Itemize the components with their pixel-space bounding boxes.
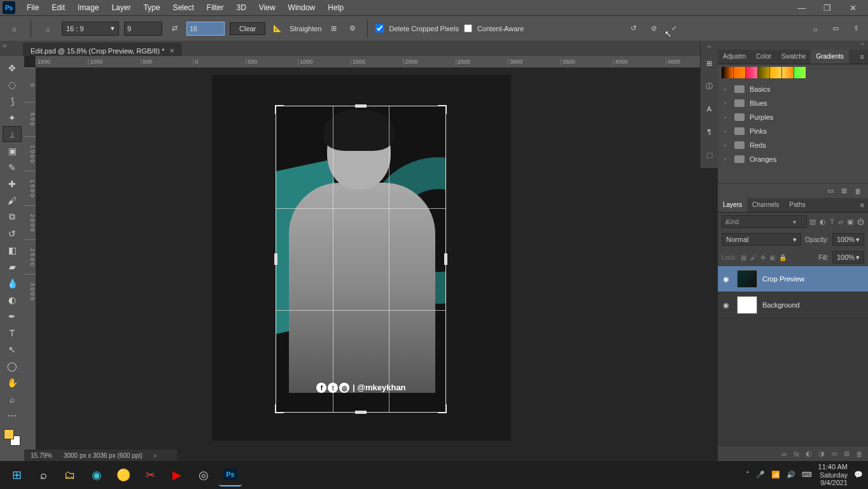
maximize-button[interactable]: ❐ — [815, 1, 840, 15]
crop-box[interactable]: ft◎ | @mkeykhan — [276, 106, 446, 413]
blur-tool[interactable]: 💧 — [3, 275, 22, 291]
panel-menu-icon[interactable]: ≡ — [857, 198, 868, 212]
zoom-tool[interactable]: ⌕ — [3, 391, 22, 407]
gradient-swatch[interactable] — [758, 67, 769, 78]
new-gradient-icon[interactable]: ⊞ — [841, 187, 847, 195]
tab-layers[interactable]: Layers — [718, 198, 747, 212]
move-tool[interactable]: ✥ — [3, 60, 22, 76]
tab-channels[interactable]: Channels — [747, 198, 784, 212]
doc-info-arrow-icon[interactable]: › — [154, 452, 156, 459]
overlay-grid-icon[interactable]: ⊞ — [326, 22, 340, 36]
tab-swatches[interactable]: Swatche — [776, 50, 811, 64]
marquee-tool[interactable]: ◌ — [3, 76, 22, 92]
filter-shape-icon[interactable]: ▱ — [838, 218, 843, 226]
libraries-panel-icon[interactable]: ⊞ — [703, 56, 717, 70]
ratio-height-input[interactable] — [186, 22, 225, 36]
gradient-swatch[interactable] — [770, 67, 781, 78]
healing-tool[interactable]: ✚ — [3, 176, 22, 192]
gradient-tool[interactable]: ▰ — [3, 259, 22, 274]
opacity-input[interactable]: 100%▾ — [832, 233, 864, 246]
gradient-swatch[interactable] — [746, 67, 757, 78]
paragraph-panel-icon[interactable]: ¶ — [703, 125, 717, 139]
commit-crop-icon[interactable]: ✓ — [667, 22, 681, 36]
gradient-swatch[interactable] — [782, 67, 794, 78]
minimize-button[interactable]: — — [789, 1, 815, 15]
lock-transparency-icon[interactable]: ▦ — [741, 254, 746, 261]
file-explorer-icon[interactable]: 🗂 — [59, 464, 81, 486]
search-button[interactable]: ⌕ — [32, 464, 55, 486]
gradient-folder[interactable]: ›Oranges — [718, 152, 868, 166]
filter-toggle-icon[interactable]: ⏻ — [857, 218, 864, 226]
expand-panels-icon[interactable]: ‹‹ — [701, 43, 718, 50]
path-select-tool[interactable]: ↖ — [3, 341, 22, 357]
delete-layer-icon[interactable]: 🗑 — [856, 450, 863, 458]
dodge-tool[interactable]: ◐ — [3, 292, 22, 308]
menu-3d[interactable]: 3D — [230, 1, 252, 15]
menu-type[interactable]: Type — [137, 1, 166, 15]
panel-menu-icon[interactable]: ≡ — [857, 50, 868, 64]
crop-tool[interactable]: ⟂ — [3, 126, 22, 142]
edge-icon[interactable]: ◉ — [85, 464, 108, 486]
crop-handle-l[interactable] — [274, 253, 277, 265]
adjustment-layer-icon[interactable]: ◑ — [818, 450, 825, 458]
lock-position-icon[interactable]: ✥ — [760, 254, 766, 261]
filter-smart-icon[interactable]: ▣ — [847, 218, 853, 226]
layer-row[interactable]: ◉ Crop Preview — [718, 266, 868, 292]
menu-file[interactable]: File — [20, 1, 45, 15]
stamp-tool[interactable]: ⧉ — [3, 209, 22, 225]
volume-icon[interactable]: 🔊 — [787, 471, 795, 479]
layer-name[interactable]: Crop Preview — [762, 275, 804, 283]
lock-pixels-icon[interactable]: 🖌 — [750, 254, 757, 261]
close-button[interactable]: ✕ — [840, 1, 865, 15]
crop-handle-bl[interactable] — [275, 404, 284, 413]
menu-window[interactable]: Window — [282, 1, 322, 15]
tab-adjustments[interactable]: Adjustm — [718, 50, 751, 64]
filter-adjustment-icon[interactable]: ◐ — [820, 218, 826, 226]
properties-panel-icon[interactable]: ⓘ — [703, 79, 717, 93]
menu-help[interactable]: Help — [321, 1, 350, 15]
type-tool[interactable]: T — [3, 325, 22, 341]
lock-all-icon[interactable]: 🔒 — [779, 254, 787, 261]
clear-button[interactable]: Clear — [230, 22, 265, 35]
layer-row[interactable]: ◉ Background — [718, 292, 868, 318]
snip-icon[interactable]: ✂ — [139, 464, 162, 486]
ratio-width-input[interactable] — [124, 22, 162, 36]
edit-toolbar[interactable]: ⋯ — [3, 408, 22, 423]
menu-edit[interactable]: Edit — [45, 1, 71, 15]
microphone-icon[interactable]: 🎤 — [756, 471, 765, 479]
tab-gradients[interactable]: Gradients — [811, 50, 848, 64]
workspace-icon[interactable]: ▭ — [829, 22, 843, 36]
youtube-icon[interactable]: ▶ — [165, 464, 188, 486]
crop-handle-t[interactable] — [355, 104, 367, 108]
filter-type-icon[interactable]: T — [830, 218, 834, 226]
eyedropper-tool[interactable]: ✎ — [3, 159, 22, 175]
start-button[interactable]: ⊞ — [5, 464, 28, 486]
crop-handle-br[interactable] — [438, 404, 447, 413]
new-group-icon[interactable]: ▭ — [831, 450, 837, 458]
character-panel-icon[interactable]: A — [703, 102, 717, 116]
tab-paths[interactable]: Paths — [784, 198, 811, 212]
ratio-preset-select[interactable]: 16 : 9▾ — [62, 22, 119, 36]
glyphs-panel-icon[interactable]: ⬚ — [703, 148, 717, 162]
keyboard-icon[interactable]: ⌨ — [802, 471, 812, 479]
reset-crop-icon[interactable]: ↺ — [626, 22, 640, 36]
shape-tool[interactable]: ◯ — [3, 358, 22, 374]
quick-select-tool[interactable]: ✦ — [3, 110, 22, 125]
layer-name[interactable]: Background — [762, 301, 800, 309]
gradient-folder[interactable]: ›Basics — [718, 82, 868, 96]
close-tab-icon[interactable]: × — [169, 46, 174, 55]
pen-tool[interactable]: ✒ — [3, 308, 22, 324]
crop-handle-r[interactable] — [444, 253, 447, 265]
menu-view[interactable]: View — [253, 1, 282, 15]
chrome-icon[interactable]: 🟡 — [112, 464, 135, 486]
photoshop-taskbar-icon[interactable]: Ps — [219, 464, 242, 486]
gradient-folder[interactable]: ›Blues — [718, 96, 868, 110]
crop-handle-tr[interactable] — [438, 105, 447, 114]
expand-right-dock-icon[interactable]: ›› — [718, 41, 868, 50]
gradient-swatch[interactable] — [722, 67, 733, 78]
menu-filter[interactable]: Filter — [200, 1, 230, 15]
filter-pixel-icon[interactable]: ▧ — [809, 218, 816, 226]
gradient-folder[interactable]: ›Pinks — [718, 124, 868, 138]
gradient-swatch[interactable] — [734, 67, 745, 78]
crop-settings-icon[interactable]: ⚙ — [346, 22, 360, 36]
